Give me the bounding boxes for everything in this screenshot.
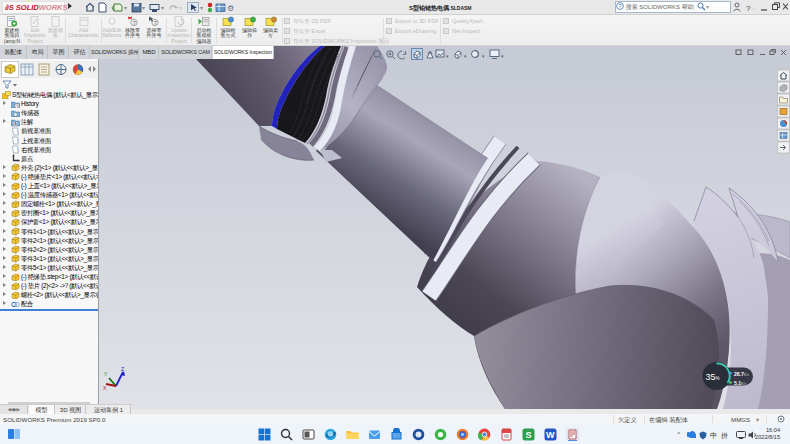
svg-text:W: W [546,430,555,440]
svg-text:Z: Z [121,366,124,372]
svg-text:?: ? [746,4,751,13]
svg-text:7: 7 [133,20,136,26]
svg-text:S: S [526,430,532,440]
svg-text:·: · [753,5,755,11]
svg-text:7: 7 [154,20,157,26]
svg-text:▾: ▾ [124,5,127,11]
svg-text:▾: ▾ [161,5,164,11]
svg-text:▾: ▾ [200,5,203,11]
svg-text:⚙: ⚙ [227,4,234,13]
svg-text:▾: ▾ [142,5,145,11]
svg-text:▾: ▾ [179,5,182,11]
svg-text:?: ? [618,3,621,9]
